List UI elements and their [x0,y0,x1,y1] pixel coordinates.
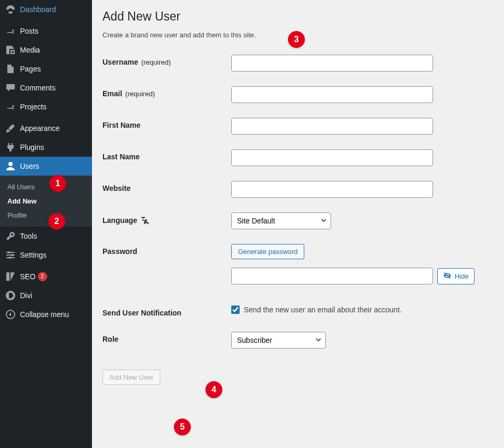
sidebar-item-label: Users [20,162,39,170]
sidebar-item-label: SEO [20,272,36,281]
sidebar-item-seo[interactable]: SEO 2 [0,267,92,286]
page-title: Add New User [102,9,493,24]
sidebar-item-label: Plugins [20,143,44,151]
role-select[interactable]: Subscriber [231,332,326,349]
wrench-icon [5,231,16,241]
sidebar-item-label: Posts [20,27,38,35]
svg-rect-5 [6,272,9,281]
add-new-user-button[interactable]: Add New User [102,370,160,385]
annotation-2: 2 [48,213,65,230]
seo-icon [5,271,16,282]
sidebar-item-label: Pages [20,65,41,73]
sidebar-item-comments[interactable]: Comments [0,78,92,97]
annotation-4: 4 [205,381,222,398]
sidebar-item-label: Projects [20,103,47,111]
comments-icon [5,83,16,93]
pin-icon [5,26,16,36]
language-label: Language [102,212,231,225]
sidebar-item-label: Divi [20,291,32,300]
sidebar-item-settings[interactable]: Settings [0,246,92,264]
last-name-label: Last Name [102,149,231,161]
sidebar-item-label: Media [20,46,40,54]
sidebar-item-appearance[interactable]: Appearance [0,119,92,138]
brush-icon [5,123,16,134]
sidebar-item-media[interactable]: Media [0,40,92,59]
translate-icon [140,216,150,225]
language-select[interactable]: Site Default [231,212,331,229]
email-input[interactable] [231,86,433,103]
website-input[interactable] [231,181,433,198]
eye-slash-icon [443,271,451,281]
user-icon [5,161,16,171]
first-name-label: First Name [102,118,231,129]
send-notification-label: Send User Notification [102,306,231,317]
pin-icon [5,101,16,112]
last-name-input[interactable] [231,149,433,166]
sidebar-item-pages[interactable]: Pages [0,59,92,78]
dashboard-icon [5,4,16,15]
submenu-profile[interactable]: Profile [0,208,92,222]
first-name-input[interactable] [231,118,433,135]
admin-sidebar: Dashboard Posts Media Pages Comments Pro… [0,0,92,448]
sidebar-item-plugins[interactable]: Plugins [0,138,92,157]
website-label: Website [102,181,231,192]
seo-badge: 2 [38,272,47,281]
username-input[interactable] [231,55,433,72]
sidebar-item-posts[interactable]: Posts [0,22,92,40]
sidebar-item-collapse[interactable]: Collapse menu [0,305,92,324]
annotation-1: 1 [49,175,66,192]
sidebar-item-tools[interactable]: Tools [0,227,92,246]
annotation-3: 3 [288,31,305,48]
sidebar-item-projects[interactable]: Projects [0,97,92,116]
sidebar-item-label: Tools [20,232,37,240]
pages-icon [5,64,16,74]
svg-point-3 [11,254,13,256]
sidebar-item-users[interactable]: Users [0,157,92,176]
submenu-all-users[interactable]: All Users [0,180,92,194]
sidebar-item-divi[interactable]: Divi [0,286,92,305]
password-label: Password [102,244,231,256]
send-notification-checkbox[interactable] [231,306,240,314]
main-content: Add New User Create a brand new user and… [92,0,504,406]
password-input[interactable] [231,268,433,284]
divi-icon [5,290,16,301]
sidebar-item-label: Comments [20,84,56,92]
email-label: Email (required) [102,86,231,98]
svg-point-2 [8,251,10,253]
plug-icon [5,142,16,152]
sidebar-item-label: Appearance [20,124,60,133]
sidebar-item-label: Dashboard [20,5,56,14]
svg-point-1 [8,162,13,166]
media-icon [5,45,16,55]
hide-password-button[interactable]: Hide [437,268,475,284]
sidebar-item-label: Collapse menu [20,310,69,319]
send-notification-text: Send the new user an email about their a… [244,306,402,314]
username-label: Username (required) [102,55,231,66]
sliders-icon [5,250,16,260]
generate-password-button[interactable]: Generate password [231,244,304,259]
role-label: Role [102,332,231,343]
annotation-5: 5 [174,419,191,435]
submenu-add-new[interactable]: Add New [0,194,92,208]
sidebar-item-dashboard[interactable]: Dashboard [0,0,92,19]
svg-point-4 [9,257,11,259]
sidebar-item-label: Settings [20,251,47,259]
svg-point-0 [12,51,14,53]
collapse-icon [5,309,16,320]
users-submenu: All Users Add New Profile [0,176,92,227]
